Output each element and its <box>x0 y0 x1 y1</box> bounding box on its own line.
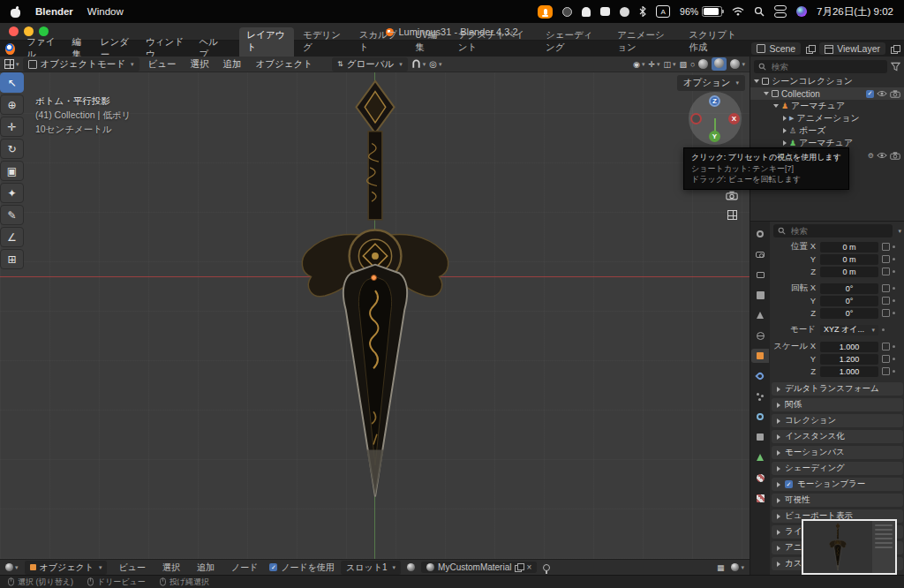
spotlight-search-icon[interactable] <box>754 6 765 17</box>
input-source-icon[interactable]: A <box>656 5 670 18</box>
paw-app-icon[interactable] <box>620 7 629 17</box>
properties-options-chevron[interactable]: ▾ <box>898 228 901 235</box>
shader-overlays-dropdown[interactable]: ▾ <box>731 563 744 571</box>
pin-icon[interactable] <box>543 564 550 571</box>
outliner-row-animation[interactable]: ▶ アニメーション <box>750 112 904 124</box>
tab-object[interactable] <box>751 349 769 363</box>
shader-menu-add[interactable]: 追加 <box>192 562 220 574</box>
viewport-menu-select[interactable]: 選択 <box>185 58 215 71</box>
tool-select-box[interactable]: ↖ <box>0 72 24 93</box>
screen-mirroring-icon[interactable] <box>562 7 572 17</box>
slot-dropdown[interactable]: スロット1 ▾ <box>341 561 401 575</box>
shading-solid-button[interactable] <box>698 59 708 69</box>
options-dropdown[interactable]: オプション▾ <box>677 75 745 91</box>
outliner-filter-icon[interactable] <box>891 62 900 72</box>
pip-preview-window[interactable] <box>802 519 897 575</box>
decorators[interactable] <box>882 309 895 317</box>
overlays-dropdown[interactable]: ◫▾ <box>664 60 676 69</box>
tab-material[interactable] <box>751 471 769 485</box>
workspace-tab-uv[interactable]: UV編集 <box>407 27 449 57</box>
field-value[interactable]: 0 m <box>820 254 878 265</box>
menubar-app-name[interactable]: Blender <box>35 6 73 17</box>
disable-render-camera-icon[interactable] <box>890 90 900 98</box>
material-selector[interactable]: MyCustomMaterial × <box>421 562 537 573</box>
section-delta-transform[interactable]: デルタトランスフォーム <box>772 382 903 396</box>
outliner-search-input[interactable] <box>770 61 883 72</box>
unlink-material-icon[interactable]: × <box>526 562 531 572</box>
shading-wireframe-button[interactable]: ○ <box>690 60 695 69</box>
toggle-ortho-button[interactable] <box>724 207 740 222</box>
shading-material-button[interactable] <box>712 57 727 71</box>
tab-scene[interactable] <box>751 308 769 322</box>
decorators[interactable] <box>882 284 895 292</box>
viewport-3d[interactable]: ▾ オブジェクトモード ▾ ビュー 選択 追加 オブジェクト ⇅ グローバル ▾… <box>0 57 750 559</box>
field-value[interactable]: 0° <box>820 283 878 294</box>
menubar-clock[interactable]: 7月26日(土) 9:02 <box>817 5 893 19</box>
field-value[interactable]: 0 m <box>820 242 878 253</box>
tool-scale[interactable]: ▣ <box>0 161 24 181</box>
tab-modifiers[interactable] <box>751 369 769 383</box>
collection-checkbox[interactable]: ✓ <box>866 90 874 98</box>
shader-editor-type-selector[interactable]: ▾ <box>5 563 19 571</box>
tab-world[interactable] <box>751 328 769 343</box>
apple-menu-icon[interactable] <box>11 6 21 18</box>
visibility-dropdown[interactable]: ◉▾ <box>633 60 644 69</box>
field-value[interactable]: 0° <box>820 296 878 306</box>
workspace-tab-layout[interactable]: レイアウト <box>239 27 295 57</box>
tab-physics[interactable] <box>751 410 769 424</box>
properties-search-input[interactable] <box>789 225 888 237</box>
section-motion-paths[interactable]: モーションパス <box>772 446 903 459</box>
field-value[interactable]: 1.200 <box>820 354 878 365</box>
workspace-tab-shading[interactable]: シェーディング <box>538 27 608 57</box>
blender-logo-icon[interactable] <box>5 43 15 55</box>
tool-cursor[interactable]: ⊕ <box>0 94 24 115</box>
snapping-toggle[interactable]: ▾ <box>411 59 426 69</box>
field-value[interactable]: 0 m <box>820 267 878 277</box>
workspace-tab-modeling[interactable]: モデリング <box>295 27 350 57</box>
shader-menu-select[interactable]: 選択 <box>157 562 185 574</box>
workspace-tab-animation[interactable]: アニメーション <box>609 27 680 57</box>
view-layer-selector[interactable]: ViewLayer <box>819 42 885 55</box>
gizmo-axis-x[interactable]: X <box>728 113 740 124</box>
tool-measure[interactable]: ∠ <box>0 227 24 247</box>
expand-icon[interactable] <box>783 128 787 133</box>
workspace-tab-texture-paint[interactable]: テクスチャペイント <box>450 27 537 57</box>
tab-view-layer[interactable] <box>751 288 769 302</box>
menubar-window-menu[interactable]: Window <box>87 6 124 17</box>
sword-model[interactable] <box>296 78 455 510</box>
shader-menu-node[interactable]: ノード <box>226 562 263 574</box>
navigation-gizmo[interactable]: Z Y X <box>689 92 742 145</box>
siri-icon[interactable] <box>796 6 807 17</box>
shading-rendered-button[interactable]: ▾ <box>730 59 745 69</box>
section-collections[interactable]: コレクション <box>772 414 903 427</box>
new-view-layer-icon[interactable] <box>891 45 899 53</box>
outliner-row-scene-collection[interactable]: シーンコレクション <box>750 75 904 87</box>
shader-type-dropdown[interactable]: オブジェクト ▾ <box>25 561 108 575</box>
gizmo-axis-x-neg[interactable] <box>690 113 702 124</box>
tool-rotate[interactable]: ↻ <box>0 139 24 159</box>
decorators[interactable] <box>882 268 895 275</box>
field-value[interactable]: 0° <box>820 308 878 319</box>
section-instancing[interactable]: インスタンス化 <box>772 430 903 443</box>
decorators[interactable] <box>882 343 895 351</box>
gizmos-dropdown[interactable]: ✛▾ <box>648 60 659 69</box>
scene-selector[interactable]: Scene <box>751 42 801 55</box>
tool-add-cube[interactable]: ⊞ <box>0 249 24 269</box>
transform-orientation-dropdown[interactable]: ⇅ グローバル ▾ <box>332 57 408 72</box>
tab-render[interactable] <box>751 247 769 261</box>
snap-node-icon[interactable]: ▦ <box>717 563 725 572</box>
motion-blur-checkbox[interactable]: ✓ <box>785 480 793 488</box>
decorators[interactable] <box>882 355 895 363</box>
new-scene-icon[interactable] <box>806 45 814 53</box>
tab-texture[interactable] <box>751 491 769 505</box>
section-relations[interactable]: 関係 <box>772 398 903 411</box>
tab-tool[interactable] <box>751 227 769 241</box>
section-visibility[interactable]: 可視性 <box>772 494 903 507</box>
bluetooth-icon[interactable] <box>639 6 646 17</box>
expand-icon[interactable] <box>754 79 759 83</box>
fake-user-icon[interactable] <box>515 563 523 571</box>
hide-eye-icon[interactable] <box>877 152 887 159</box>
editor-type-selector[interactable]: ▾ <box>4 59 19 69</box>
gizmo-axis-z[interactable]: Z <box>709 95 720 107</box>
shader-menu-view[interactable]: ビュー <box>113 562 150 574</box>
